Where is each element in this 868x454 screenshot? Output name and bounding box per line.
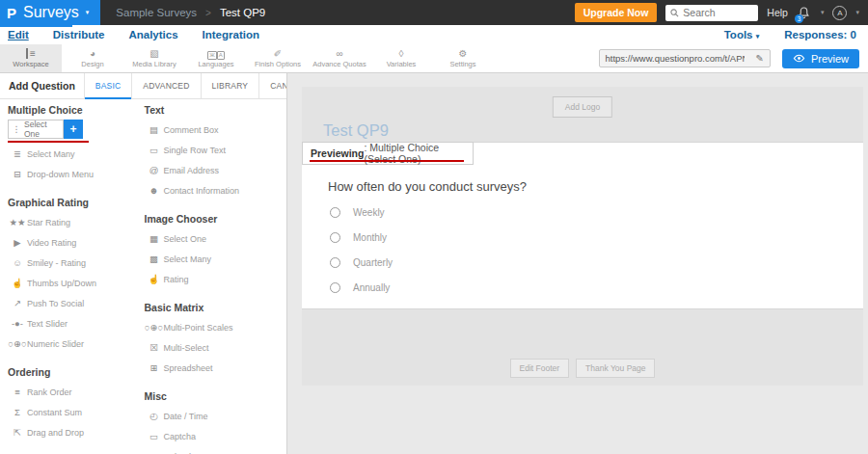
tool-languages[interactable]: ЖA Languages: [185, 44, 247, 72]
survey-url-input[interactable]: [600, 53, 749, 64]
question-type-spreadsheet[interactable]: ⊞ Spreadsheet: [145, 358, 286, 378]
previewing-label: Previewing : Multiple Choice (Select One…: [302, 142, 474, 165]
question-type-thumbs-up-down[interactable]: ☝ Thumbs Up/Down: [8, 273, 145, 293]
nav-integration[interactable]: Integration: [203, 29, 259, 40]
preview-button[interactable]: Preview: [782, 49, 859, 68]
breadcrumb: Sample Surveys > Test QP9: [116, 7, 265, 18]
workspace-icon: ≡: [26, 48, 36, 59]
question-type-constant-sum[interactable]: Σ Constant Sum: [8, 402, 145, 422]
radio-button-icon[interactable]: [330, 207, 340, 218]
question-type-drag-and-drop[interactable]: ⇱ Drag and Drop: [8, 422, 145, 442]
share-icon: ↗: [8, 298, 27, 308]
tool-media-library[interactable]: ▧ Media Library: [123, 44, 185, 72]
question-type-rank-order[interactable]: ≡ Rank Order: [8, 382, 145, 402]
search-input[interactable]: [683, 7, 752, 18]
chain-links-icon: ∞: [336, 48, 342, 59]
option-monthly[interactable]: Monthly: [330, 230, 393, 245]
checkbox-list-icon: ≣: [8, 148, 27, 159]
question-type-captcha[interactable]: ▭ Captcha: [145, 426, 286, 446]
tab-canvas[interactable]: CANVAS: [258, 73, 287, 98]
active-type-underline: [8, 141, 89, 143]
tools-menu[interactable]: Tools ▾: [724, 29, 760, 40]
thank-you-page-button[interactable]: Thank You Page: [576, 359, 655, 378]
responses-link[interactable]: Responses: 0: [784, 29, 856, 40]
active-nav-indicator: [0, 25, 72, 27]
nav-right: Tools ▾ Responses: 0: [724, 29, 860, 40]
question-type-smiley-rating[interactable]: ☺ Smiley - Rating: [8, 253, 145, 273]
radio-button-icon[interactable]: [330, 257, 340, 268]
breadcrumb-parent[interactable]: Sample Surveys: [116, 7, 197, 18]
question-type-select-many[interactable]: ≣ Select Many: [8, 144, 145, 164]
video-icon: ▶: [8, 237, 27, 248]
add-logo-button[interactable]: Add Logo: [553, 96, 612, 118]
section-multiple-choice: Multiple Choice ⋮ Select One + ≣ Select …: [8, 103, 145, 184]
survey-preview-area: Add Logo Test QP9 Previewing : Multiple …: [288, 73, 868, 454]
section-heading: Multiple Choice: [8, 103, 145, 117]
tool-design[interactable]: ◕ Design: [62, 44, 123, 72]
tool-variables[interactable]: ◊ Variables: [370, 44, 432, 72]
single-row-icon: ▭: [145, 145, 164, 155]
images-icon: ▦: [145, 233, 164, 244]
question-type-email-address[interactable]: @ Email Address: [145, 160, 286, 180]
comment-box-icon: ▤: [145, 124, 164, 135]
section-heading: Misc: [145, 389, 286, 403]
edit-footer-button[interactable]: Edit Footer: [510, 359, 570, 378]
question-text[interactable]: How often do you conduct surveys?: [328, 179, 527, 194]
nav-edit[interactable]: Edit: [8, 29, 29, 40]
person-icon: ☻: [145, 185, 164, 196]
radio-button-icon[interactable]: [330, 232, 340, 243]
question-type-multi-point-scales[interactable]: ○⊕○ Multi-Point Scales: [145, 317, 286, 337]
question-type-calendar[interactable]: ▦ Calendar: [145, 446, 286, 454]
question-type-image-select-one[interactable]: ▦ Select One: [145, 228, 286, 249]
upgrade-now-button[interactable]: Upgrade Now: [575, 3, 658, 22]
question-type-dropdown-menu[interactable]: ⊟ Drop-down Menu: [8, 164, 145, 184]
question-type-image-rating[interactable]: ☝ Rating: [145, 269, 286, 289]
option-weekly[interactable]: Weekly: [330, 205, 393, 220]
ranked-list-icon: ≡: [8, 387, 27, 397]
add-select-one-button[interactable]: +: [64, 120, 83, 139]
tab-advanced[interactable]: ADVANCED: [131, 73, 200, 98]
question-type-comment-box[interactable]: ▤ Comment Box: [145, 120, 286, 140]
tab-library[interactable]: LIBRARY: [201, 73, 259, 98]
surveys-menu-label: Surveys: [23, 4, 79, 21]
nav-analytics[interactable]: Analytics: [128, 29, 177, 40]
tab-basic[interactable]: BASIC: [84, 73, 132, 98]
section-heading: Ordering: [8, 365, 145, 379]
option-quarterly[interactable]: Quarterly: [330, 255, 393, 270]
help-link[interactable]: Help: [767, 7, 788, 18]
captcha-box-icon: ▭: [145, 431, 164, 441]
question-type-date-time[interactable]: ◴ Date / Time: [145, 406, 286, 426]
question-type-contact-information[interactable]: ☻ Contact Information: [145, 180, 286, 200]
tool-workspace[interactable]: ≡ Workspace: [0, 44, 62, 72]
panel-header: Add Question BASIC ADVANCED LIBRARY CANV…: [0, 73, 286, 99]
question-type-single-row-text[interactable]: ▭ Single Row Text: [145, 140, 286, 160]
notifications-button[interactable]: 3: [797, 5, 812, 21]
surveys-menu[interactable]: P Surveys ▾: [0, 0, 100, 25]
add-question-panel: Add Question BASIC ADVANCED LIBRARY CANV…: [0, 73, 287, 454]
translate-icon: ЖA: [207, 48, 225, 59]
question-type-select-one[interactable]: ⋮ Select One +: [8, 120, 145, 143]
edit-url-pencil-icon[interactable]: ✎: [749, 53, 769, 64]
question-type-numeric-slider[interactable]: ○⊕○ Numeric Slider: [8, 334, 145, 354]
tool-finish-options[interactable]: ✐ Finish Options: [247, 44, 309, 72]
question-type-push-to-social[interactable]: ↗ Push To Social: [8, 293, 145, 313]
nav-distribute[interactable]: Distribute: [53, 29, 105, 40]
option-annually[interactable]: Annually: [330, 280, 393, 295]
question-type-multi-select[interactable]: ☒ Multi-Select: [145, 337, 286, 358]
account-avatar[interactable]: A: [832, 6, 847, 20]
question-type-star-rating[interactable]: ★★ Star Rating: [8, 212, 145, 232]
radio-button-icon[interactable]: [330, 282, 340, 293]
image-icon: ▧: [149, 48, 158, 59]
question-type-text-slider[interactable]: -●- Text Slider: [8, 313, 145, 334]
notification-count-badge: 3: [795, 14, 803, 23]
section-ordering: Ordering ≡ Rank Order Σ Constant Sum ⇱ D…: [8, 365, 145, 442]
search-box[interactable]: [665, 5, 758, 21]
question-type-video-rating[interactable]: ▶ Video Rating: [8, 232, 145, 253]
answer-options: Weekly Monthly Quarterly Annually: [330, 205, 393, 295]
tool-settings[interactable]: ⚙ Settings: [432, 44, 494, 72]
tool-advance-quotas[interactable]: ∞ Advance Quotas: [309, 44, 370, 72]
question-type-image-select-many[interactable]: ▩ Select Many: [145, 249, 286, 269]
thumb-icon: ☝: [145, 274, 164, 284]
section-heading: Image Chooser: [145, 212, 286, 226]
drag-cursor-icon: ⇱: [8, 427, 27, 438]
